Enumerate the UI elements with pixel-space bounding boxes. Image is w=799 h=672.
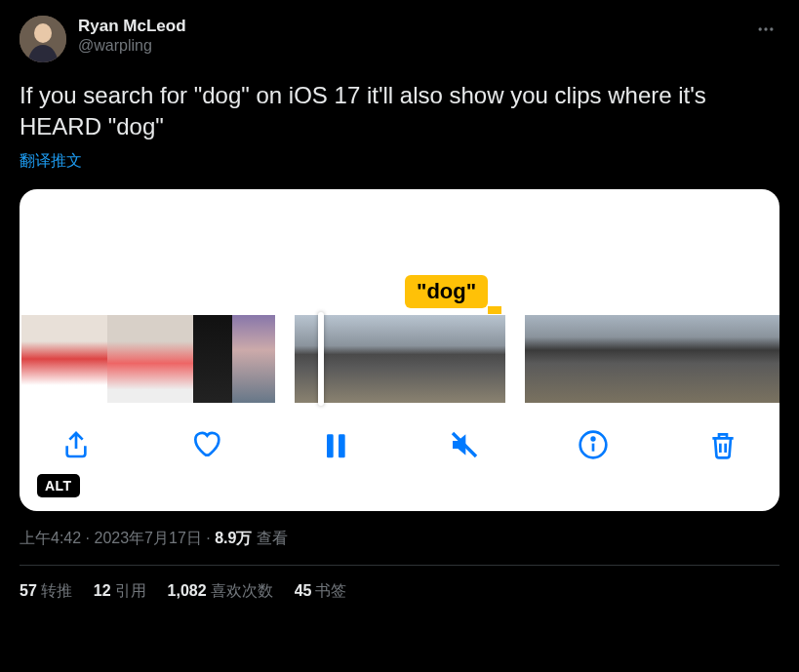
playhead[interactable] [318, 312, 324, 406]
likes-stat[interactable]: 1,082喜欢次数 [168, 581, 273, 602]
display-name[interactable]: Ryan McLeod [78, 16, 186, 36]
svg-rect-6 [339, 434, 345, 457]
svg-point-10 [592, 437, 595, 440]
media-card[interactable]: "dog" [20, 189, 779, 511]
tweet-time[interactable]: 上午4:42 [20, 530, 81, 546]
avatar[interactable] [20, 16, 66, 62]
video-clip[interactable] [295, 315, 505, 403]
user-info: Ryan McLeod @warpling [78, 16, 186, 56]
tweet-meta: 上午4:42 · 2023年7月17日 · 8.9万 查看 [20, 529, 779, 549]
video-frame [525, 315, 568, 403]
tweet-container: Ryan McLeod @warpling If you search for … [0, 0, 799, 602]
tweet-header: Ryan McLeod @warpling [20, 16, 779, 62]
more-options-button[interactable] [752, 16, 779, 48]
bookmarks-stat[interactable]: 45书签 [295, 581, 347, 602]
svg-point-1 [34, 23, 52, 43]
views-label: 查看 [252, 530, 287, 546]
video-clip[interactable] [525, 315, 779, 403]
svg-point-4 [770, 27, 773, 30]
video-frame [107, 315, 150, 403]
delete-button[interactable] [705, 427, 740, 462]
video-frame [150, 315, 193, 403]
video-frame [64, 315, 107, 403]
tweet-stats: 57转推 12引用 1,082喜欢次数 45书签 [20, 566, 779, 602]
tweet-text: If you search for "dog" on iOS 17 it'll … [20, 80, 779, 143]
video-frame [611, 315, 654, 403]
media-toolbar [20, 404, 779, 462]
translate-link[interactable]: 翻译推文 [20, 151, 779, 172]
svg-point-3 [764, 27, 767, 30]
video-frame [739, 315, 779, 403]
svg-point-2 [759, 27, 762, 30]
svg-rect-5 [327, 434, 334, 457]
pause-button[interactable] [317, 427, 352, 462]
video-frame [347, 315, 400, 403]
video-frame [400, 315, 453, 403]
media-top-spacer: "dog" [20, 189, 779, 314]
video-frame [453, 315, 505, 403]
alt-badge[interactable]: ALT [37, 474, 80, 497]
share-button[interactable] [59, 427, 94, 462]
views-count: 8.9万 [215, 530, 252, 546]
mute-button[interactable] [447, 427, 482, 462]
tweet-date[interactable]: 2023年7月17日 [94, 530, 201, 546]
video-frame [654, 315, 697, 403]
video-frame [697, 315, 739, 403]
video-filmstrip[interactable] [20, 314, 779, 404]
retweets-stat[interactable]: 57转推 [20, 581, 72, 602]
user-handle[interactable]: @warpling [78, 36, 186, 56]
caption-tick [488, 306, 501, 314]
video-frame [568, 315, 611, 403]
quotes-stat[interactable]: 12引用 [94, 581, 146, 602]
caption-label: "dog" [405, 275, 488, 308]
video-frame [193, 315, 232, 403]
video-clip[interactable] [21, 315, 275, 403]
video-frame [21, 315, 64, 403]
info-button[interactable] [576, 427, 611, 462]
favorite-button[interactable] [188, 427, 223, 462]
video-frame [232, 315, 275, 403]
